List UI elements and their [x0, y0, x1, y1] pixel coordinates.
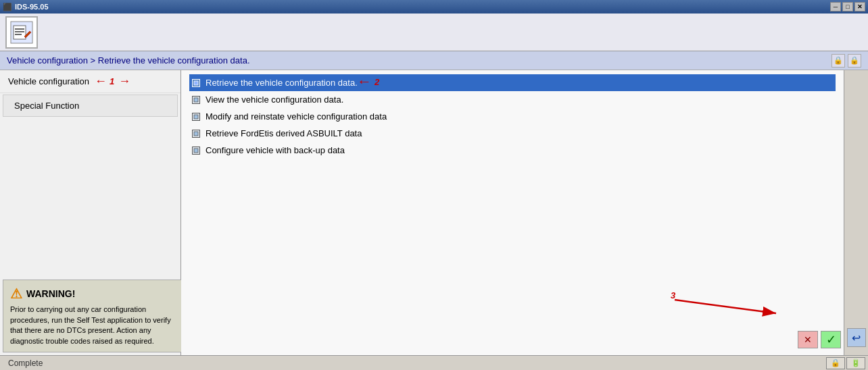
menu-item-2[interactable]: Modify and reinstate vehicle configurati… — [189, 108, 836, 125]
bottom-bar: Complete 🔒 🔋 — [0, 355, 868, 370]
vehicle-config-row[interactable]: Vehicle configuration ← 1 → — [0, 70, 180, 93]
status-text: Complete — [3, 359, 43, 368]
vehicle-config-label: Vehicle configuration — [8, 76, 89, 86]
menu-item-1[interactable]: View the vehicle configuration data. — [189, 91, 836, 108]
minimize-button[interactable]: ─ — [830, 2, 841, 11]
battery-bottom-button[interactable]: 🔋 — [846, 357, 865, 369]
menu-item-label-2: Modify and reinstate vehicle configurati… — [206, 111, 387, 122]
breadcrumb-bar: Vehicle configuration > Retrieve the veh… — [0, 51, 868, 70]
bottom-right-buttons: 🔒 🔋 — [826, 357, 865, 369]
back-button[interactable]: ↩ — [847, 328, 866, 347]
confirm-button[interactable]: ✓ — [821, 331, 841, 348]
breadcrumb: Vehicle configuration > Retrieve the veh… — [7, 55, 250, 65]
warning-heading: WARNING! — [26, 288, 75, 299]
action-buttons: ✕ ✓ — [798, 331, 841, 348]
right-arrow-indicator: → — [118, 74, 130, 88]
special-function-label: Special Function — [14, 101, 79, 111]
menu-item-icon-4 — [192, 147, 200, 155]
cancel-button[interactable]: ✕ — [798, 331, 818, 348]
svg-line-12 — [675, 300, 776, 313]
svg-rect-8 — [194, 115, 198, 119]
app-title: IDS-95.05 — [15, 3, 49, 11]
svg-rect-6 — [194, 81, 198, 85]
menu-item-4[interactable]: Configure vehicle with back-up data — [189, 142, 836, 159]
menu-item-3[interactable]: Retrieve FordEtis derived ASBUILT data — [189, 125, 836, 142]
title-bar-left: ⬛ IDS-95.05 — [3, 3, 49, 11]
title-bar: ⬛ IDS-95.05 ─ □ ✕ — [0, 0, 868, 14]
warning-body: Prior to carrying out any car configurat… — [10, 305, 176, 346]
content-panel: ← 2 Retrieve the vehicle configuration d… — [181, 70, 844, 355]
title-bar-controls[interactable]: ─ □ ✕ — [830, 2, 865, 11]
lock-bottom-button[interactable]: 🔒 — [826, 357, 845, 369]
svg-rect-10 — [194, 149, 198, 153]
menu-list: Retrieve the vehicle configuration data.… — [189, 74, 836, 159]
warning-triangle-icon: ⚠ — [10, 286, 22, 302]
svg-rect-7 — [194, 98, 198, 102]
warning-box: ⚠ WARNING! Prior to carrying out any car… — [3, 280, 184, 352]
app-icon: ⬛ — [3, 3, 12, 11]
app-logo — [5, 16, 38, 49]
step-3-label: 3 — [671, 290, 675, 300]
arrow-1-indicator: ← — [95, 74, 107, 88]
sidebar: Vehicle configuration ← 1 → Special Func… — [0, 70, 181, 355]
menu-item-0[interactable]: Retrieve the vehicle configuration data. — [189, 74, 836, 91]
main-content: Vehicle configuration ← 1 → Special Func… — [0, 70, 868, 355]
special-function-item[interactable]: Special Function — [3, 95, 178, 117]
warning-title: ⚠ WARNING! — [10, 286, 176, 302]
menu-item-label-4: Configure vehicle with back-up data — [206, 145, 345, 155]
lock-icon-top: 🔒 — [831, 54, 845, 68]
menu-item-label-1: View the vehicle configuration data. — [206, 95, 343, 105]
maximize-button[interactable]: □ — [842, 2, 853, 11]
close-button[interactable]: ✕ — [854, 2, 865, 11]
menu-item-icon-2 — [192, 113, 200, 121]
logo-bar — [0, 14, 868, 51]
svg-rect-1 — [14, 26, 26, 39]
svg-rect-9 — [194, 132, 198, 136]
lock-icon-top2: 🔒 — [848, 54, 861, 68]
menu-item-icon-3 — [192, 130, 200, 138]
step-1-label: 1 — [110, 76, 114, 86]
menu-item-icon-1 — [192, 96, 200, 104]
menu-item-label-3: Retrieve FordEtis derived ASBUILT data — [206, 128, 362, 138]
menu-item-icon-0 — [192, 79, 200, 87]
right-sidebar: ↩ — [844, 70, 868, 355]
menu-item-label-0: Retrieve the vehicle configuration data. — [206, 78, 358, 88]
arrow-3-container: 3 — [668, 293, 790, 320]
